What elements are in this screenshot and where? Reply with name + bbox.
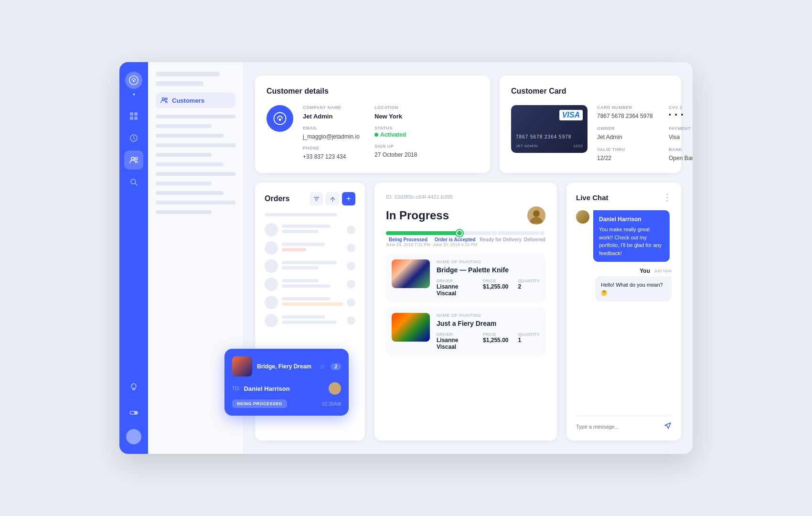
status-label: STATUS xyxy=(374,126,432,130)
status-dot xyxy=(374,133,378,137)
chat-more-icon[interactable]: ⋮ xyxy=(663,192,672,203)
progress-labels: Being Processed June 24, 2019 7:22 PM Or… xyxy=(386,237,545,247)
painting-driver-1: DRIVER Lisanne Viscaal xyxy=(437,279,473,297)
chat-sender-name: Daniel Harrison xyxy=(599,215,664,224)
company-value: Jet Admin xyxy=(303,113,360,120)
valid-thru-value: 12/22 xyxy=(597,155,654,161)
sidebar-icon-grid[interactable] xyxy=(124,107,143,126)
order-list-row[interactable] xyxy=(265,259,355,273)
sidebar: ▾ xyxy=(119,62,148,454)
svg-point-13 xyxy=(165,98,167,100)
progress-current-dot xyxy=(456,230,463,236)
signup-label: SIGN UP xyxy=(374,144,432,149)
svg-point-11 xyxy=(135,412,137,414)
card-info-right: CARD NUMBER 7867 5678 2364 5978 CVV 2 • … xyxy=(597,105,670,161)
sidebar-icon-customers[interactable] xyxy=(124,150,143,170)
customers-menu-item[interactable]: Customers xyxy=(156,93,235,108)
sidebar-icon-search[interactable] xyxy=(124,172,143,192)
svg-rect-2 xyxy=(130,112,133,116)
painting-name-1: Bridge — Palette Knife xyxy=(437,266,540,274)
floating-time: 02:38AM xyxy=(322,401,341,407)
status-value: Activated xyxy=(380,131,406,138)
location-label: LOCATION xyxy=(374,105,432,110)
svg-point-15 xyxy=(279,118,281,121)
customer-info-row: COMPANY NAME Jet Admin EMAIL j_maggio@je… xyxy=(267,105,479,160)
field-card-number: CARD NUMBER 7867 5678 2364 5978 xyxy=(597,105,654,119)
field-owner: OWNER Jet Admin xyxy=(597,126,654,140)
painting-thumb-2 xyxy=(392,313,430,342)
customer-avatar xyxy=(267,105,293,132)
painting-meta-1: DRIVER Lisanne Viscaal PRICE $1,255.00 Q… xyxy=(437,279,540,297)
sidebar-bottom xyxy=(124,377,143,444)
card-info-row-2: OWNER Jet Admin PAYMENT SYSTEM Visa xyxy=(597,126,670,140)
payment-system-label: PAYMENT SYSTEM xyxy=(669,126,693,131)
orders-actions: + xyxy=(310,192,355,205)
floating-star-icon[interactable]: ☆ xyxy=(320,363,326,370)
progress-mid-dot xyxy=(491,230,498,236)
chat-sender-avatar xyxy=(576,210,589,224)
painting-quantity-1: QUANTITY 2 xyxy=(518,279,540,297)
owner-value: Jet Admin xyxy=(597,134,654,140)
progress-container xyxy=(386,231,545,235)
floating-notification-card[interactable]: Bridge, Fiery Dream ☆ 2 TO: Daniel Harri… xyxy=(224,349,349,416)
user-avatar-sidebar[interactable] xyxy=(126,429,141,444)
order-list-row[interactable] xyxy=(265,296,355,309)
visa-label: VISA xyxy=(559,110,583,120)
floating-to-row: TO: Daniel Harrison xyxy=(232,382,341,395)
chat-input[interactable] xyxy=(576,424,664,430)
order-list-row[interactable] xyxy=(265,314,355,327)
sidebar-icon-bulb[interactable] xyxy=(124,377,143,397)
sidebar-icon-clock[interactable] xyxy=(124,129,143,148)
filter-button[interactable] xyxy=(310,192,323,205)
payment-system-value: Visa xyxy=(669,134,693,140)
painting-info-2: NAME OF PAINTING Just a Fiery Dream DRIV… xyxy=(437,313,540,350)
floating-badge: 2 xyxy=(331,363,341,370)
upload-button[interactable] xyxy=(326,192,339,205)
progress-track xyxy=(386,231,545,235)
svg-point-7 xyxy=(131,157,134,160)
svg-point-12 xyxy=(162,98,165,100)
order-list-row[interactable] xyxy=(265,223,355,236)
floating-status: BEING PROCESSED xyxy=(232,399,287,408)
email-value: j_maggio@jetadmin.io xyxy=(303,133,360,140)
valid-thru-label: VALID THRU xyxy=(597,147,654,152)
progress-step-4: Delivered xyxy=(524,237,545,247)
chat-header: Live Chat ⋮ xyxy=(576,192,672,203)
field-company: COMPANY NAME Jet Admin EMAIL j_maggio@je… xyxy=(303,105,360,160)
cvv-label: CVV 2 xyxy=(669,105,693,110)
paintings-container: NAME OF PAINTING Bridge — Palette Knife … xyxy=(386,254,545,356)
bank-value: Open Bank xyxy=(669,155,693,161)
company-label: COMPANY NAME xyxy=(303,105,360,110)
step3-label: Ready for Delivery xyxy=(480,237,522,242)
top-row: Customer details COMPANY NAME Jet Admin xyxy=(255,75,681,173)
sidebar-icon-toggle[interactable] xyxy=(124,403,143,422)
painting-item-2[interactable]: NAME OF PAINTING Just a Fiery Dream DRIV… xyxy=(386,307,545,356)
chat-send-button[interactable] xyxy=(664,422,672,431)
customer-card: Customer Card VISA 7867 5678 2364 5978 J… xyxy=(500,75,681,173)
card-number-value: 7867 5678 2364 5978 xyxy=(597,113,654,119)
live-chat-card: Live Chat ⋮ Daniel Harrison You make rea… xyxy=(566,183,681,441)
add-order-button[interactable]: + xyxy=(342,192,355,205)
svg-point-8 xyxy=(135,158,138,160)
phone-label: PHONE xyxy=(303,146,360,150)
floating-to-avatar xyxy=(329,382,341,395)
sidebar-chevron[interactable]: ▾ xyxy=(133,92,135,97)
step4-label: Delivered xyxy=(524,237,545,242)
chat-message-incoming: Daniel Harrison You make really great wo… xyxy=(576,210,672,262)
customer-fields: COMPANY NAME Jet Admin EMAIL j_maggio@je… xyxy=(303,105,479,160)
painting-item-1[interactable]: NAME OF PAINTING Bridge — Palette Knife … xyxy=(386,254,545,302)
field-valid-thru: VALID THRU 12/22 xyxy=(597,147,654,161)
order-title-row: In Progress xyxy=(386,206,545,225)
svg-point-1 xyxy=(133,80,135,82)
order-list-row[interactable] xyxy=(265,241,355,255)
chat-bubble-incoming: Daniel Harrison You make really great wo… xyxy=(593,210,670,262)
chat-message-outgoing: You Just Now Hello! What do you mean? 🤔 xyxy=(576,268,672,301)
chat-bubble-outgoing: Hello! What do you mean? 🤔 xyxy=(595,276,672,301)
order-list-row[interactable] xyxy=(265,278,355,291)
customer-card-title: Customer Card xyxy=(511,87,670,96)
logo-icon[interactable] xyxy=(125,72,142,89)
floating-to-label: TO: xyxy=(232,386,240,391)
floating-to-name: Daniel Harrison xyxy=(244,385,289,392)
svg-rect-4 xyxy=(130,117,133,120)
floating-card-top: Bridge, Fiery Dream ☆ 2 xyxy=(232,356,341,376)
